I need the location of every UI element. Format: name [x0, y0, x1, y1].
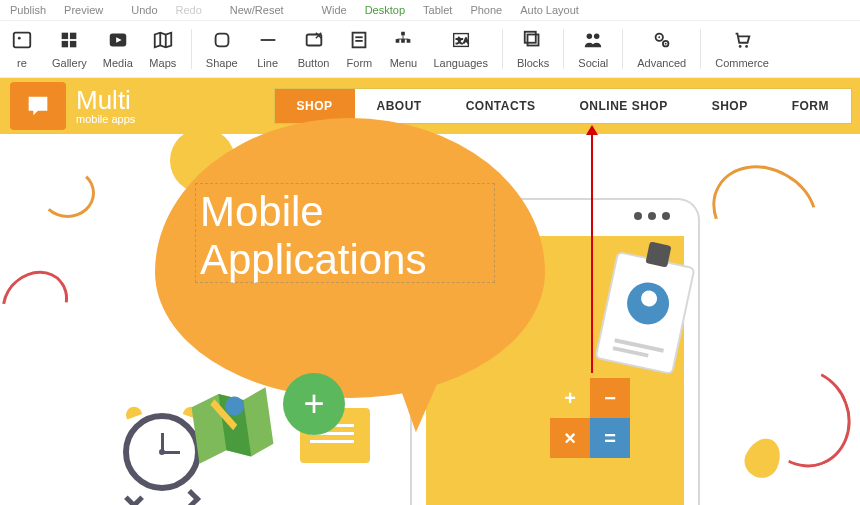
shape-icon — [211, 29, 233, 51]
svg-point-31 — [658, 36, 660, 38]
svg-rect-3 — [70, 33, 76, 39]
svg-rect-18 — [396, 39, 400, 43]
svg-point-28 — [594, 34, 600, 40]
logo[interactable] — [10, 82, 66, 130]
tool-maps[interactable]: Maps — [141, 29, 185, 69]
brand: Multi mobile apps — [76, 87, 135, 125]
undo-link[interactable]: Undo — [131, 4, 157, 16]
tool-shape[interactable]: Shape — [198, 29, 246, 69]
desktop-link[interactable]: Desktop — [365, 4, 405, 16]
nav-form[interactable]: FORM — [770, 89, 851, 123]
svg-rect-11 — [215, 34, 228, 47]
svg-point-1 — [18, 37, 21, 40]
svg-text:文A: 文A — [456, 36, 468, 45]
svg-rect-17 — [402, 32, 406, 36]
gears-icon — [651, 29, 673, 51]
nav-contacts[interactable]: CONTACTS — [444, 89, 558, 123]
play-icon — [107, 29, 129, 51]
brand-tagline: mobile apps — [76, 113, 135, 125]
brand-name: Multi — [76, 87, 135, 113]
decoration — [0, 258, 81, 349]
map-illustration — [179, 372, 286, 479]
separator — [700, 29, 701, 69]
redo-link[interactable]: Redo — [176, 4, 202, 16]
decoration — [40, 168, 95, 218]
separator — [622, 29, 623, 69]
svg-rect-0 — [14, 33, 31, 48]
autolayout-link[interactable]: Auto Layout — [520, 4, 579, 16]
svg-rect-26 — [525, 32, 536, 43]
canvas: Multi mobile apps SHOP ABOUT CONTACTS ON… — [0, 78, 860, 505]
svg-rect-5 — [70, 41, 76, 47]
tablet-link[interactable]: Tablet — [423, 4, 452, 16]
selection-outline[interactable] — [195, 183, 495, 283]
svg-point-27 — [587, 34, 593, 40]
button-icon — [303, 29, 325, 51]
menu-icon — [392, 29, 414, 51]
phone-speaker — [634, 212, 670, 220]
svg-rect-25 — [528, 35, 539, 46]
social-icon — [582, 29, 604, 51]
tool-blocks[interactable]: Blocks — [509, 29, 557, 69]
cart-icon — [731, 29, 753, 51]
separator — [191, 29, 192, 69]
nav-onlineshop[interactable]: ONLINE SHOP — [557, 89, 689, 123]
svg-rect-20 — [407, 39, 411, 43]
svg-point-33 — [739, 45, 742, 48]
site-header: Multi mobile apps SHOP ABOUT CONTACTS ON… — [0, 78, 860, 134]
tool-advanced[interactable]: Advanced — [629, 29, 694, 69]
decoration — [695, 147, 835, 280]
svg-rect-4 — [62, 41, 68, 47]
svg-point-32 — [664, 43, 666, 45]
phone-link[interactable]: Phone — [470, 4, 502, 16]
avatar-icon — [623, 279, 673, 329]
picture-icon — [11, 29, 33, 51]
tool-menu[interactable]: Menu — [381, 29, 425, 69]
nav-shop2[interactable]: SHOP — [690, 89, 770, 123]
wide-link[interactable]: Wide — [322, 4, 347, 16]
newreset-link[interactable]: New/Reset — [230, 4, 284, 16]
annotation-arrow — [591, 133, 593, 373]
tool-picture[interactable]: re — [0, 29, 44, 69]
toolbar: re Gallery Media Maps Shape Line Button … — [0, 21, 860, 78]
tool-gallery[interactable]: Gallery — [44, 29, 95, 69]
top-menu: Publish Preview Undo Redo New/Reset Wide… — [0, 0, 860, 21]
tool-line[interactable]: Line — [246, 29, 290, 69]
tool-form[interactable]: Form — [337, 29, 381, 69]
tool-media[interactable]: Media — [95, 29, 141, 69]
add-button[interactable]: + — [283, 373, 345, 435]
calculator-illustration: + − × = — [550, 378, 630, 458]
svg-rect-2 — [62, 33, 68, 39]
tool-commerce[interactable]: Commerce — [707, 29, 777, 69]
tool-social[interactable]: Social — [570, 29, 616, 69]
tool-languages[interactable]: 文ALanguages — [425, 29, 495, 69]
separator — [563, 29, 564, 69]
svg-marker-8 — [155, 33, 172, 48]
languages-icon: 文A — [450, 29, 472, 51]
grid-icon — [58, 29, 80, 51]
map-icon — [152, 29, 174, 51]
line-icon — [257, 29, 279, 51]
preview-link[interactable]: Preview — [64, 4, 103, 16]
publish-link[interactable]: Publish — [10, 4, 46, 16]
form-icon — [348, 29, 370, 51]
separator — [502, 29, 503, 69]
blocks-icon — [522, 29, 544, 51]
svg-rect-19 — [402, 39, 406, 43]
tool-button[interactable]: Button — [290, 29, 338, 69]
svg-point-34 — [745, 45, 748, 48]
